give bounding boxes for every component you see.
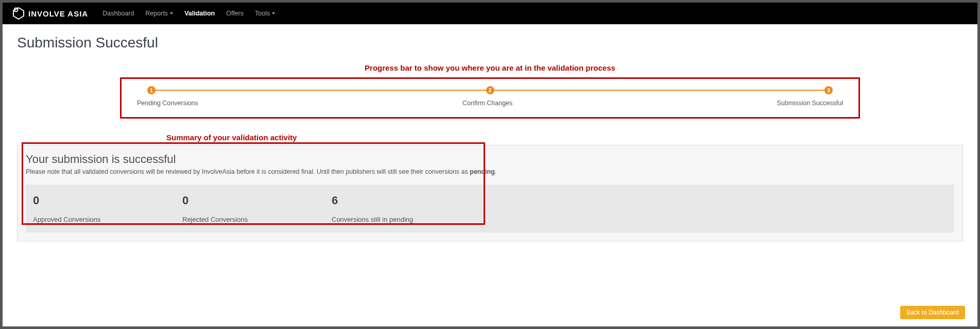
summary-note: Please note that all validated conversio…: [26, 168, 954, 175]
page-content: Submission Succesful Progress bar to sho…: [3, 24, 977, 326]
stat-label: Conversions still in pending: [332, 216, 481, 223]
progress-line: 1 2 3: [151, 86, 829, 94]
summary-note-text: Please note that all validated conversio…: [26, 168, 470, 175]
step-number: 2: [489, 88, 492, 93]
stat-label: Approved Conversions: [33, 216, 182, 223]
stat-label: Rejected Conversions: [182, 216, 332, 223]
nav-menu: Dashboard Reports Validation Offers Tool…: [102, 10, 275, 17]
stat-pending: 6 Conversions still in pending: [332, 194, 481, 223]
progress-label-2: Confirm Changes: [462, 100, 512, 107]
brand-logo[interactable]: INVOLVE ASIA: [12, 7, 88, 20]
stat-value: 0: [182, 194, 332, 207]
progress-step-1: 1: [147, 86, 156, 94]
stat-approved: 0 Approved Conversions: [33, 194, 182, 223]
nav-label: Dashboard: [102, 10, 134, 17]
nav-dashboard[interactable]: Dashboard: [102, 10, 134, 17]
brand-text: INVOLVE ASIA: [28, 9, 88, 18]
stats-row: 0 Approved Conversions 0 Rejected Conver…: [26, 185, 954, 233]
progress-label-3: Submission Successful: [777, 100, 843, 107]
page-title: Submission Succesful: [17, 35, 963, 51]
nav-tools[interactable]: Tools: [255, 10, 275, 17]
annotation-progress: Progress bar to show you where you are a…: [17, 63, 963, 72]
stat-value: 6: [332, 194, 481, 207]
summary-note-bold: pending: [470, 168, 495, 175]
summary-note-post: .: [495, 168, 496, 175]
nav-label: Tools: [255, 10, 270, 17]
summary-panel: Your submission is successful Please not…: [17, 145, 963, 241]
nav-label: Reports: [145, 10, 168, 17]
top-navigation: INVOLVE ASIA Dashboard Reports Validatio…: [3, 3, 977, 24]
progress-step-3: 3: [824, 86, 833, 94]
nav-reports[interactable]: Reports: [145, 10, 173, 17]
back-to-dashboard-button[interactable]: Back to Dashboard: [900, 306, 965, 319]
step-number: 3: [827, 88, 830, 93]
nav-offers[interactable]: Offers: [226, 10, 244, 17]
progress-label-1: Pending Conversions: [137, 100, 198, 107]
progress-step-2: 2: [486, 86, 494, 94]
stat-rejected: 0 Rejected Conversions: [182, 194, 332, 223]
caret-down-icon: [272, 12, 275, 14]
nav-label: Offers: [226, 10, 244, 17]
nav-validation[interactable]: Validation: [184, 10, 215, 17]
nav-label: Validation: [184, 10, 215, 17]
caret-down-icon: [170, 12, 173, 14]
progress-bar-container: 1 2 3 Pending Conversions Confirm Change…: [120, 77, 860, 119]
step-number: 1: [150, 88, 153, 93]
progress-labels: Pending Conversions Confirm Changes Subm…: [137, 100, 843, 107]
logo-icon: [12, 7, 25, 20]
summary-title: Your submission is successful: [26, 153, 954, 166]
stat-value: 0: [33, 194, 182, 207]
annotation-summary: Summary of your validation activity: [166, 133, 963, 142]
svg-marker-0: [13, 8, 24, 19]
